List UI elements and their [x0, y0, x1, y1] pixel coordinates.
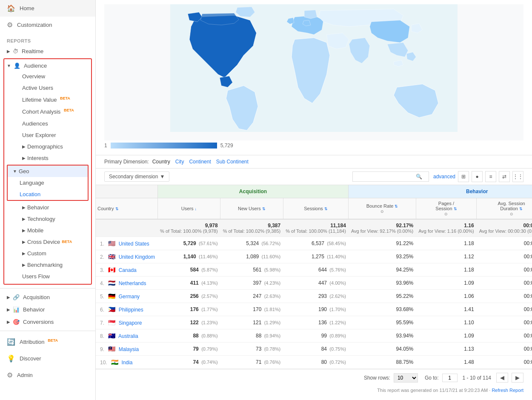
table-row: 6. 🇵🇭 Philippines 176 (1.77%) 170 (1.81%…: [96, 303, 532, 316]
sidebar-item-language[interactable]: Language: [8, 177, 88, 189]
sidebar-item-customization[interactable]: ⚙ Customization: [0, 17, 95, 33]
tab-city[interactable]: City: [175, 159, 184, 165]
sidebar-item-location[interactable]: Location: [8, 189, 88, 200]
sidebar-item-custom[interactable]: ▶Custom: [7, 248, 89, 259]
sidebar-item-behavior[interactable]: ▶Behavior: [7, 202, 89, 213]
sidebar-item-conversions[interactable]: ▶ 🎯 Conversions: [0, 316, 95, 328]
toolbar-row: Secondary dimension ▼ 🔍 advanced ⊞ ● ≡ ⇄…: [96, 169, 532, 185]
sidebar-item-geo[interactable]: ▼Geo: [8, 166, 88, 177]
country-link[interactable]: Netherlands: [119, 280, 146, 286]
cell-users: 1,140 (11.46%): [157, 250, 220, 263]
country-link[interactable]: United States: [119, 241, 149, 247]
sidebar-item-technology[interactable]: ▶Technology: [7, 213, 89, 225]
sidebar-item-discover[interactable]: 💡 Discover: [0, 350, 95, 367]
secondary-dimension-button[interactable]: Secondary dimension ▼: [104, 171, 169, 182]
sidebar-item-acquisition[interactable]: ▶ 🔗 Acquisition: [0, 291, 95, 303]
sidebar-item-audiences[interactable]: Audiences: [7, 118, 89, 129]
primary-dimension-label: Primary Dimension:: [104, 159, 149, 165]
bar-view-button[interactable]: ≡: [485, 171, 496, 182]
sidebar-item-overview[interactable]: Overview: [7, 71, 89, 82]
sidebar-item-mobile[interactable]: ▶Mobile: [7, 225, 89, 236]
advanced-link[interactable]: advanced: [433, 174, 455, 180]
totals-pages: 1.16 Avg for View: 1.16 (0.00%): [416, 219, 476, 237]
row-num: 7.: [100, 320, 104, 326]
sidebar-item-users-flow[interactable]: Users Flow: [7, 271, 89, 282]
country-link[interactable]: Canada: [119, 267, 137, 273]
tab-country[interactable]: Country: [152, 159, 170, 165]
country-link[interactable]: United Kingdom: [119, 254, 155, 260]
sidebar-item-cross-device[interactable]: ▶Cross Device BETA: [7, 236, 89, 248]
sidebar-item-lifetime-value[interactable]: Lifetime Value BETA: [7, 94, 89, 106]
sidebar-item-behavior-main[interactable]: ▶ 📊 Behavior: [0, 303, 95, 316]
th-new-users[interactable]: New Users ⇅: [220, 198, 283, 220]
realtime-icon: ⏱: [13, 48, 18, 54]
totals-label: [96, 219, 157, 237]
th-pages-session[interactable]: Pages /Session ⇅ ⊙: [416, 198, 476, 220]
sidebar-item-attribution[interactable]: 🔄 Attribution BETA: [0, 334, 95, 350]
sidebar-item-active-users[interactable]: Active Users: [7, 82, 89, 94]
cell-avg-session: 00:00:13: [477, 329, 532, 343]
show-rows-select[interactable]: 10 25 50 100 500 1000 5000: [394, 373, 418, 383]
goto-label: Go to:: [425, 375, 439, 381]
compare-button[interactable]: ⇄: [499, 171, 510, 182]
data-table: Acquisition Behavior Conversions Country…: [96, 185, 532, 369]
th-sessions[interactable]: Sessions ⇅: [283, 198, 349, 220]
th-bounce-rate[interactable]: Bounce Rate ⇅ ⊙: [349, 198, 416, 220]
search-input[interactable]: [356, 174, 416, 180]
sidebar-item-demographics[interactable]: ▶Demographics: [7, 141, 89, 152]
cell-users: 5,729 (57.61%): [157, 237, 220, 250]
cell-country: 3. 🇨🇦 Canada: [96, 263, 157, 277]
th-avg-session[interactable]: Avg. SessionDuration ⇅ ⊙: [477, 198, 532, 220]
sidebar-item-cohort-analysis[interactable]: Cohort Analysis BETA: [7, 106, 89, 117]
cell-sessions: 190 (1.70%): [283, 303, 349, 316]
cell-bounce: 91.22%: [349, 237, 416, 250]
toolbar-right: 🔍 advanced ⊞ ● ≡ ⇄ ⋮⋮: [352, 171, 523, 182]
sidebar-item-user-explorer[interactable]: User Explorer: [7, 129, 89, 141]
row-num: 9.: [100, 346, 104, 352]
cell-bounce: 94.25%: [349, 263, 416, 277]
country-link[interactable]: Australia: [118, 333, 138, 339]
secondary-dim-label: Secondary dimension: [109, 174, 158, 180]
cell-sessions: 1,275 (11.40%): [283, 250, 349, 263]
sidebar-item-audience[interactable]: ▼ 👤 Audience: [7, 61, 89, 71]
country-link[interactable]: India: [121, 360, 132, 366]
table-row: 2. 🇬🇧 United Kingdom 1,140 (11.46%) 1,08…: [96, 250, 532, 263]
show-rows-label: Show rows:: [364, 375, 390, 381]
country-link[interactable]: Philippines: [119, 307, 143, 313]
tab-sub-continent[interactable]: Sub Continent: [216, 159, 249, 165]
acquisition-icon: 🔗: [13, 294, 20, 300]
sidebar-acquisition-label: Acquisition: [23, 294, 50, 300]
flag-icon: 🇦🇺: [108, 332, 115, 339]
country-link[interactable]: Germany: [119, 294, 140, 300]
totals-bounce: 92.17% Avg for View: 92.17% (0.00%): [349, 219, 416, 237]
geo-section-highlight: ▼Geo Language Location: [7, 165, 89, 201]
th-users[interactable]: Users ↓: [157, 198, 220, 220]
cell-avg-session: 00:00:39: [477, 356, 532, 369]
cell-country: 6. 🇵🇭 Philippines: [96, 303, 157, 316]
search-icon[interactable]: 🔍: [416, 174, 422, 180]
prev-page-button[interactable]: ◀: [496, 373, 508, 383]
country-label: Country: [97, 206, 114, 211]
chevron-down-icon: ▼: [7, 63, 11, 68]
country-link[interactable]: Malaysia: [119, 346, 139, 352]
th-country[interactable]: Country ⇅: [96, 198, 157, 220]
refresh-report-link[interactable]: Refresh Report: [492, 388, 523, 393]
sidebar-item-interests[interactable]: ▶Interests: [7, 152, 89, 164]
goto-input[interactable]: [442, 374, 458, 382]
country-link[interactable]: Singapore: [119, 320, 142, 326]
options-button[interactable]: ⋮⋮: [512, 171, 523, 182]
sidebar-item-admin[interactable]: ⚙ Admin: [0, 367, 95, 383]
next-page-button[interactable]: ▶: [512, 373, 523, 383]
avg-sort-icon: ⇅: [519, 207, 523, 211]
sidebar-item-benchmarking[interactable]: ▶Benchmarking: [7, 259, 89, 271]
tab-continent[interactable]: Continent: [189, 159, 211, 165]
cell-new-users: 73 (0.78%): [220, 343, 283, 356]
row-num: 3.: [100, 267, 104, 273]
flag-icon: 🇺🇸: [108, 240, 115, 247]
sidebar-item-home[interactable]: 🏠 Home: [0, 0, 95, 17]
sidebar-item-realtime[interactable]: ▶ ⏱ Realtime: [0, 45, 95, 57]
cell-country: 2. 🇬🇧 United Kingdom: [96, 250, 157, 263]
pie-view-button[interactable]: ●: [472, 171, 483, 182]
grid-view-button[interactable]: ⊞: [458, 171, 469, 182]
cell-sessions: 293 (2.62%): [283, 290, 349, 303]
